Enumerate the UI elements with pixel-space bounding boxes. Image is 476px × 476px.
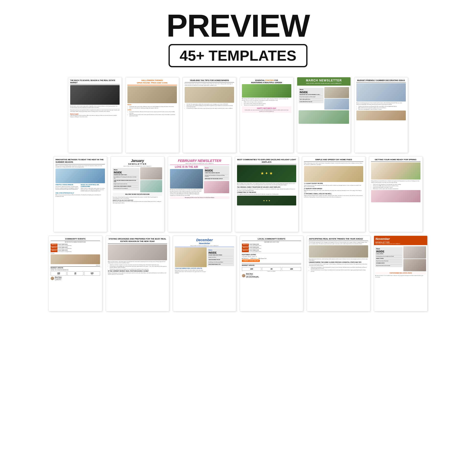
card-november-item3-sub: Stay Informed about local real estate	[376, 265, 402, 266]
card-back-to-school-title: THE BACK-TO-SCHOOL SEASON & THE REAL EST…	[70, 79, 119, 85]
card-simple-fixes-section3: 3. PATCHING A SMALL HOLE IN THE WALL	[304, 193, 363, 195]
card-garden-essential: ESSENTIAL	[255, 80, 265, 81]
card-garden[interactable]: ESSENTIAL POINTERS FOR MAINTAINING A BEA…	[240, 77, 293, 153]
card-january-item1: CREATING NEW YEAR'S GOALS	[114, 174, 138, 176]
card-march-news-inside: News INSIDE INDICATIONS THAT YOU'RE PREP…	[299, 87, 323, 110]
card-january-footer: WELCOME THE NEW YEAR WITH NEW HOME!	[113, 193, 162, 196]
card-november-images	[403, 246, 426, 271]
card-halloween[interactable]: HALLOWEEN-THEMEDOPEN HOUSE: PROS AND CON…	[125, 77, 179, 153]
card-local-community-events[interactable]: LOCAL COMMUNITY EVENTS CALENDAR UNTIL 12…	[240, 236, 303, 311]
card-november-sub: REAL ESTATE UPDATES FROM AROUND YOUR COM…	[375, 243, 426, 245]
card-february-image	[170, 169, 203, 188]
card-tax-tips[interactable]: YEAR-END TAX TIPS FOR HOMEOWNERS If you'…	[183, 77, 236, 153]
card-spring-title: GETTING YOUR HOME READY FOR SPRING:	[371, 158, 421, 162]
card-holiday-title: BEST COMMUNITIES TO EXPLORE DAZZLING HOL…	[237, 158, 296, 164]
card-tax-intro: If you're a homeowner, tax season is a c…	[185, 83, 234, 86]
card-anticipating-trends[interactable]: ANTICIPATING REAL ESTATE TRENDS THE YEAR…	[307, 236, 370, 311]
card-march-header: MARCH NEWSLETTER REAL ESTATE UPDATES FRO…	[297, 77, 351, 85]
card-comm-stats: 180HOMES 40DAYS 180SOLD	[51, 271, 100, 276]
card-halloween-title: HALLOWEEN-THEMEDOPEN HOUSE: PROS AND CON…	[127, 79, 177, 85]
template-gallery: THE BACK-TO-SCHOOL SEASON & THE REAL EST…	[0, 72, 476, 322]
card-halloween-pros-label: PROS:	[127, 104, 177, 106]
card-summer-tip3-body: Make sure you are properly using an effi…	[55, 194, 105, 197]
card-garden-body: Maintaining a thriving garden demands co…	[242, 98, 291, 101]
card-local-listing-details: 🛏 3 Bedrooms 🛁 2 Bathrooms 📐 4 After Squ…	[242, 258, 301, 259]
card-back-to-school-body2: During this period, we see significant s…	[70, 109, 119, 112]
card-budget-decor[interactable]: BUDGET-FRIENDLY SUMMER DECORATING IDEAS …	[354, 77, 408, 153]
card-holiday-image2: ✦ ✦ ✦	[237, 196, 296, 205]
card-comm-agent-info: Maria Perez Real Estate Agent 📞 @MariaPe…	[55, 276, 62, 280]
card-december-image	[175, 248, 207, 267]
card-back-to-school-body: As the back-to-school season approaches,…	[70, 105, 119, 108]
card-january-item2: THRILLING NEW TRENDS IN HOME DESIGN FOR …	[114, 180, 138, 182]
card-halloween-cons-label: CONS:	[127, 109, 177, 111]
card-simple-fixes-s2-body: Apply lubricant generously to silence th…	[304, 190, 363, 192]
card-comm-events-subtitle: WITHIN THE FOLLOWING FOR MONTH 00/00	[51, 241, 100, 243]
card-anticipating-tips: Bring proper identification: when attend…	[309, 267, 368, 272]
card-december-inside-label: INSIDE	[208, 251, 233, 255]
card-local-find-sub: WITH THE HELP OF A REALTOR	[246, 277, 259, 278]
card-holiday-lights[interactable]: BEST COMMUNITIES TO EXPLORE DAZZLING HOL…	[235, 156, 298, 232]
card-comm-market-sub: DEFINE THE LOCAL NEIGHBORHOOD	[51, 269, 100, 271]
card-simple-fixes-intro: Before addressing a minor leak in your s…	[304, 162, 363, 165]
card-november-newsletter[interactable]: November NEWSLETTER REAL ESTATE UPDATES …	[374, 236, 427, 311]
card-spring-ready[interactable]: GETTING YOUR HOME READY FOR SPRING: Spri…	[369, 156, 423, 232]
card-organized-tips: Develop a checklist or tracker to monito…	[108, 264, 167, 270]
card-mothers-day-body: In this jubilee, we use a moment to exte…	[243, 109, 290, 112]
card-back-to-school[interactable]: THE BACK-TO-SCHOOL SEASON & THE REAL EST…	[68, 77, 122, 153]
card-back-to-school-image	[70, 85, 119, 105]
card-december-newsletter[interactable]: December Newsletter REAL ESTATE UPDATES …	[173, 236, 236, 311]
card-february-item1: CONDUCTING A MARKET ANALYSIS	[205, 172, 228, 174]
card-february-newsletter[interactable]: FEBRUARY NEWSLETTER REAL ESTATE UPDATES …	[168, 156, 231, 232]
card-november-header: November NEWSLETTER REAL ESTATE UPDATES …	[374, 236, 427, 245]
card-march-bottom-image	[299, 110, 349, 124]
card-november-content: News INSIDE LOCAL LISTINGS Including pri…	[374, 245, 427, 279]
card-december-main: YOUR DECEMBER REAL ESTATE UPDATE As the …	[175, 248, 207, 274]
card-local-events-list: MONTH 20EVENT NAME HERELorem Ipsum Addre…	[242, 244, 301, 253]
card-november-item3: UPCOMING EVENTS	[376, 263, 402, 264]
card-january-item1-sub: Essential Advice for Purchasing Your New…	[114, 177, 138, 179]
card-january-images	[140, 167, 162, 192]
card-garden-for: FOR	[274, 80, 278, 81]
card-february-header: FEBRUARY NEWSLETTER REAL ESTATE UPDATES …	[170, 158, 229, 165]
card-march-newsletter[interactable]: MARCH NEWSLETTER REAL ESTATE UPDATES FRO…	[297, 77, 351, 153]
card-organized-section2-body: Being a market buyer can be a distinctiv…	[108, 272, 167, 275]
card-anticipating-section2-body: This means drawing attention to online b…	[309, 263, 368, 266]
card-january-newsletter[interactable]: January NEWSLETTER REAL ESTATE UPDATES F…	[111, 156, 164, 232]
card-november-item2-sub: Stay Informed about Real estate	[376, 260, 402, 262]
card-summer-cols: CREATE A CROSS-BREEZE To promote a natur…	[55, 184, 105, 192]
card-community-events[interactable]: COMMUNITY EVENTS WITHIN THE FOLLOWING FO…	[49, 236, 102, 311]
card-december-footer-body: As the year comes to a close, it's time …	[175, 270, 207, 274]
card-local-market-label: MARKET UPDATE	[242, 264, 301, 267]
card-february-month: FEBRUARY NEWSLETTER	[170, 158, 229, 163]
card-local-agent: Marie Perez Real Estate Agent FIND YOUR …	[242, 273, 301, 278]
card-summer-tip2: INVEST IN A PORTABLE AIR CONDITIONER	[81, 184, 105, 187]
card-garden-tips: Water in the morning to reduce evaporati…	[242, 101, 291, 106]
card-staying-organized[interactable]: STAYING ORGANIZED AND PREPARED FOR THE B…	[106, 236, 169, 311]
card-summer-heat[interactable]: INNOVATIVE METHODS TO BEAT THE HEAT IN T…	[53, 156, 107, 232]
card-december-header: December Newsletter REAL ESTATE UPDATES …	[175, 238, 234, 247]
card-tax-list: You have the opportunity to deduct the i…	[185, 103, 234, 109]
card-november-body: News INSIDE LOCAL LISTINGS Including pri…	[375, 246, 426, 271]
card-garden-pointers: POINTERS	[265, 80, 274, 81]
card-spring-image2	[371, 190, 421, 202]
card-november-item2: MARKET TRENDS	[376, 258, 402, 259]
card-comm-listing-img	[51, 255, 100, 264]
card-march-subtitle: REAL ESTATE UPDATES FROM AROUND YOUR COM…	[298, 83, 350, 85]
card-november-inside-label: INSIDE	[376, 250, 402, 253]
card-february-inside-label: INSIDE	[205, 169, 228, 172]
card-january-sub: REAL ESTATE UPDATES FROM AROUND YOUR COM…	[113, 166, 162, 167]
card-january-item3: LATEST REAL ESTATE MARKET UPDATES	[114, 186, 138, 187]
card-summer-body: When you find yourself battling high tem…	[55, 165, 105, 168]
templates-badge: 45+ TEMPLATES	[169, 44, 307, 67]
card-january-newsletter-label: NEWSLETTER	[113, 163, 162, 165]
card-mothers-day-title: HAPPY MOTHER'S DAY	[243, 107, 290, 109]
card-mothers-day: HAPPY MOTHER'S DAY In this jubilee, we u…	[242, 106, 291, 113]
preview-title: PREVIEW	[5, 10, 471, 42]
card-comm-events-list: MONTH 20EVENT NAME HERELorem Ipsum is si…	[51, 244, 100, 253]
card-simple-fixes[interactable]: SIMPLE AND SPEEDY DIY HOME FIXES Before …	[302, 156, 365, 232]
card-december-sidebar: News INSIDE HOLIDAY HOME DECOR TRENDS Qu…	[207, 248, 234, 274]
card-comm-agent-avatar	[51, 277, 54, 280]
card-simple-fixes-s1-body: Start by shutting off the water supply t…	[304, 185, 363, 187]
card-anticipating-body: The real estate landscape is ever-changi…	[309, 242, 368, 244]
